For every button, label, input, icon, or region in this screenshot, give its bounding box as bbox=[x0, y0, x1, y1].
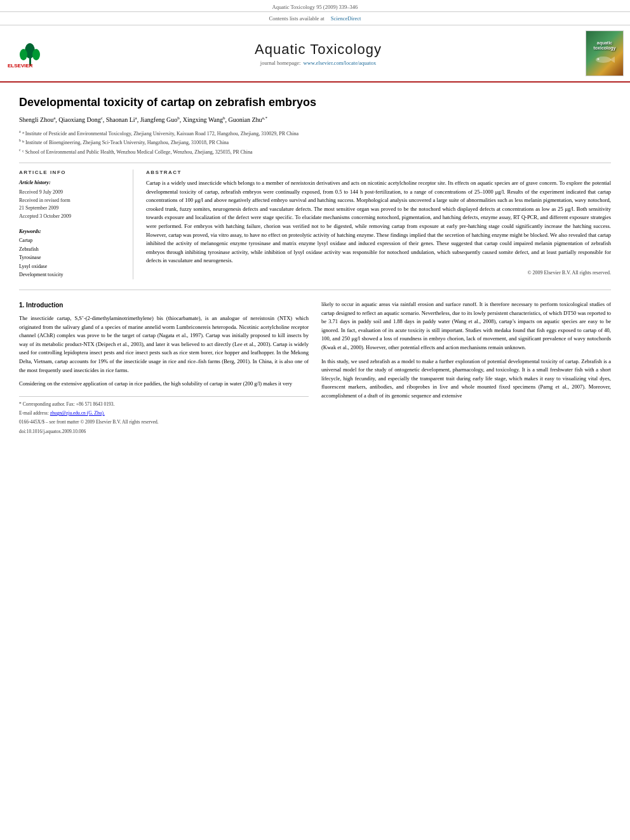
article-title: Developmental toxicity of cartap on zebr… bbox=[19, 95, 611, 110]
authors-line: Shengli Zhoua, Qiaoxiang Dongc, Shaonan … bbox=[19, 115, 611, 124]
email-note: E-mail address: zhugn@zju.edu.cn (G. Zhu… bbox=[19, 410, 309, 417]
svg-point-2 bbox=[20, 49, 27, 60]
article-body: Developmental toxicity of cartap on zebr… bbox=[0, 83, 630, 450]
article-info-label: ARTICLE INFO bbox=[19, 170, 126, 175]
journal-citation: Aquatic Toxicology 95 (2009) 339–346 bbox=[0, 0, 630, 12]
affiliations: a ᵃ Institute of Pesticide and Environme… bbox=[19, 129, 611, 156]
keywords-section: Keywords: Cartap Zebrafish Tyrosinase Ly… bbox=[19, 229, 126, 279]
svg-text:ELSEVIER: ELSEVIER bbox=[8, 63, 33, 69]
right-col: ABSTRACT Cartap is a widely used insecti… bbox=[146, 170, 611, 279]
svg-marker-6 bbox=[610, 57, 615, 63]
section-divider bbox=[19, 290, 611, 290]
journal-name: Aquatic Toxicology bbox=[51, 41, 586, 58]
intro-heading: 1. Introduction bbox=[19, 300, 309, 310]
affiliation-a: a ᵃ Institute of Pesticide and Environme… bbox=[19, 129, 611, 138]
license-note: 0166-445X/$ – see front matter © 2009 El… bbox=[19, 418, 309, 425]
homepage-line: journal homepage: www.elsevier.com/locat… bbox=[51, 60, 586, 66]
doi-note: doi:10.1016/j.aquatox.2009.10.006 bbox=[19, 428, 309, 435]
body-two-col: 1. Introduction The insecticide cartap, … bbox=[19, 300, 611, 437]
science-direct-link[interactable]: ScienceDirect bbox=[331, 15, 361, 22]
footer-notes: * Corresponding author. Fax: +86 571 864… bbox=[19, 396, 309, 435]
affiliation-b: b ᵇ Institute of Bioengineering, Zhejian… bbox=[19, 138, 611, 147]
affiliation-c: c ᶜ School of Environmental and Public H… bbox=[19, 147, 611, 156]
svg-point-7 bbox=[598, 58, 600, 60]
elsevier-logo: ELSEVIER bbox=[6, 37, 51, 70]
journal-title-area: Aquatic Toxicology journal homepage: www… bbox=[51, 41, 586, 66]
contents-bar: Contents lists available at ScienceDirec… bbox=[0, 12, 630, 25]
journal-cover: aquatic toxicology bbox=[586, 30, 624, 76]
article-info-table: Article history: Received 9 July 2009 Re… bbox=[19, 179, 126, 221]
body-text-right: likely to occur in aquatic areas via rai… bbox=[321, 300, 611, 401]
copyright-line: © 2009 Elsevier B.V. All rights reserved… bbox=[146, 269, 611, 277]
homepage-link[interactable]: www.elsevier.com/locate/aquatox bbox=[304, 60, 377, 66]
body-right-col: likely to occur in aquatic areas via rai… bbox=[321, 300, 611, 437]
left-col: ARTICLE INFO Article history: Received 9… bbox=[19, 170, 133, 279]
abstract-label: ABSTRACT bbox=[146, 170, 611, 175]
body-left-col: 1. Introduction The insecticide cartap, … bbox=[19, 300, 309, 437]
star-note: * Corresponding author. Fax: +86 571 864… bbox=[19, 401, 309, 408]
svg-point-3 bbox=[32, 49, 40, 60]
main-header: ELSEVIER Aquatic Toxicology journal home… bbox=[0, 25, 630, 83]
abstract-text: Cartap is a widely used insecticide whic… bbox=[146, 179, 611, 277]
info-abstract-section: ARTICLE INFO Article history: Received 9… bbox=[19, 163, 611, 279]
email-link[interactable]: zhugn@zju.edu.cn (G. Zhu). bbox=[50, 410, 105, 416]
body-text-left: 1. Introduction The insecticide cartap, … bbox=[19, 300, 309, 389]
